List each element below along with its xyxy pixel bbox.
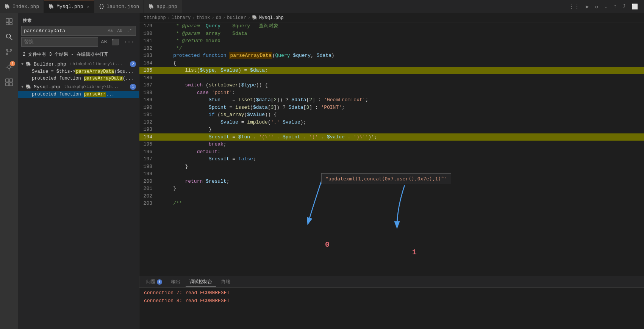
- tab-mysql-php[interactable]: 🐘 Mysql.php ✕: [44, 0, 94, 13]
- sidebar: 搜索 Aa Ab .* AB ⬛ ··· 2 文件中有 3 个结果 - 在编辑器…: [18, 13, 139, 329]
- code-line-182: 182 */: [139, 45, 644, 52]
- regex-button[interactable]: .*: [125, 28, 133, 34]
- more-options-button[interactable]: ···: [122, 39, 136, 45]
- line-content: {: [158, 60, 644, 67]
- php-file-icon: 🐘: [26, 84, 31, 90]
- breadcrumb-sep: ›: [167, 15, 170, 20]
- line-content: * @param Query $query 查询对象: [158, 22, 644, 30]
- extensions-icon[interactable]: [4, 77, 14, 88]
- line-number: 195: [139, 141, 158, 148]
- replace-btn[interactable]: AB: [100, 38, 109, 45]
- svg-point-8: [6, 53, 8, 55]
- grid-icon[interactable]: ⋮⋮: [567, 3, 581, 11]
- file-group-builder: ▼ 🐘 Builder.php thinkphp\library\t... 2 …: [18, 60, 139, 82]
- svg-rect-3: [9, 23, 12, 25]
- breadcrumb-thinkphp[interactable]: thinkphp: [144, 15, 166, 20]
- svg-rect-0: [6, 19, 9, 22]
- stop-icon[interactable]: ⬜: [630, 3, 639, 11]
- svg-point-4: [6, 34, 11, 38]
- search-input[interactable]: [24, 28, 105, 34]
- restart-icon[interactable]: ↺: [594, 3, 600, 11]
- files-icon[interactable]: [4, 16, 14, 27]
- line-number: 201: [139, 185, 158, 193]
- step-out-icon[interactable]: ⤴: [621, 3, 627, 10]
- line-content: switch (strtolower($type)) {: [158, 81, 644, 89]
- line-number: 189: [139, 96, 158, 104]
- code-line-184: 184 {: [139, 60, 644, 67]
- pin-icon[interactable]: 📌: [127, 92, 132, 97]
- breadcrumb-library[interactable]: library: [172, 15, 191, 20]
- panel-tabs: 问题 8 输出 调试控制台 终端: [139, 276, 644, 288]
- breadcrumb-php-icon: 🐘: [252, 15, 258, 20]
- match-item[interactable]: protected function parseArrayData(...: [18, 75, 139, 82]
- chevron-down-icon: ▼: [21, 62, 23, 66]
- svg-rect-1: [9, 19, 12, 22]
- line-number: 199: [139, 170, 158, 178]
- step-into-icon[interactable]: ↑: [612, 3, 618, 10]
- tab-terminal[interactable]: 终端: [217, 277, 234, 287]
- file-path-mysql: thinkphp\library\th...: [64, 85, 119, 89]
- source-control-icon[interactable]: [4, 47, 14, 57]
- file-header-builder[interactable]: ▼ 🐘 Builder.php thinkphp\library\t... 2: [18, 60, 139, 68]
- match-case-button[interactable]: Aa: [106, 28, 114, 34]
- code-line-189: 189 $fun = isset($data[2]) ? $data[2] : …: [139, 96, 644, 104]
- tab-close-button[interactable]: ✕: [87, 4, 89, 9]
- code-line-185: ▶ 185 list($type, $value) = $data;: [139, 67, 644, 74]
- debug-icon[interactable]: 1: [4, 62, 14, 72]
- file-header-mysql[interactable]: ▼ 🐘 Mysql.php thinkphp\library\th... 1: [18, 83, 139, 91]
- code-line-201: 201 }: [139, 185, 644, 193]
- match-item[interactable]: $value = $this->parseArrayData($qu...: [18, 68, 139, 75]
- line-content: $point = isset($data[3]) ? $data[3] : 'P…: [158, 104, 644, 111]
- match-item-active[interactable]: protected function parseArr... 📌 ✕: [18, 91, 139, 98]
- breadcrumb-think[interactable]: think: [196, 15, 210, 20]
- file-name-builder: Builder.php: [34, 61, 66, 67]
- php-icon: 🐘: [5, 4, 10, 9]
- label-one: 1: [412, 248, 417, 257]
- tab-launch-json[interactable]: {} launch.json: [94, 0, 144, 13]
- line-content: }: [158, 126, 644, 133]
- tab-app-php[interactable]: 🐘 app.php: [144, 0, 182, 13]
- replace-all-btn[interactable]: ⬛: [110, 38, 120, 47]
- tab-label: app.php: [156, 4, 177, 9]
- tab-label: 问题: [146, 279, 155, 285]
- svg-point-10: [8, 66, 10, 68]
- tab-output[interactable]: 输出: [167, 277, 184, 287]
- match-word-button[interactable]: Ab: [116, 28, 124, 34]
- svg-rect-12: [9, 79, 13, 82]
- breadcrumb-sep: ›: [211, 15, 214, 20]
- code-line-198: 198 }: [139, 163, 644, 171]
- tab-bar: 🐘 Index.php 🐘 Mysql.php ✕ {} launch.json…: [0, 0, 644, 13]
- tab-index-php[interactable]: 🐘 Index.php: [0, 0, 44, 13]
- file-group-mysql: ▼ 🐘 Mysql.php thinkphp\library\th... 1 p…: [18, 83, 139, 98]
- search-section: 搜索 Aa Ab .* AB ⬛ ···: [18, 13, 139, 50]
- line-number: 196: [139, 148, 158, 156]
- file-match-count: 1: [130, 84, 136, 90]
- tab-problems[interactable]: 问题 8: [142, 277, 166, 287]
- step-over-icon[interactable]: ↓: [603, 3, 609, 10]
- code-line-203: 203 /**: [139, 200, 644, 207]
- close-icon[interactable]: ✕: [133, 92, 136, 97]
- code-line-192: 192 $value = implode('.' $value);: [139, 119, 644, 126]
- breadcrumb-db[interactable]: db: [216, 15, 221, 20]
- play-icon[interactable]: ▶: [584, 3, 590, 11]
- search-icon[interactable]: [4, 31, 14, 42]
- line-number: 192: [139, 119, 158, 126]
- file-name-mysql: Mysql.php: [34, 84, 60, 90]
- panel-line-2: connection 8: read ECONNRESET: [144, 297, 639, 305]
- code-editor[interactable]: 179 * @param Query $query 查询对象 180 * @pa…: [139, 22, 644, 276]
- line-number-194: ▶ 194: [139, 133, 158, 141]
- line-content: $result = $fun . '(\'' . $point . '(' . …: [158, 133, 644, 141]
- line-number: 182: [139, 45, 158, 52]
- line-number: 186: [139, 74, 158, 82]
- line-content: break;: [158, 141, 644, 148]
- breadcrumb-builder[interactable]: builder: [227, 15, 246, 20]
- tooltip-content: "updatexml(1,concat(0x7,user(),0x7e),1)^…: [325, 176, 447, 182]
- tab-label: 输出: [171, 279, 180, 285]
- tab-debug-console[interactable]: 调试控制台: [186, 277, 216, 287]
- code-line-187: 187 switch (strtolower($type)) {: [139, 81, 644, 89]
- replace-input[interactable]: [21, 37, 98, 47]
- code-line-181: 181 * @return mixed: [139, 37, 644, 45]
- php-icon-app: 🐘: [148, 4, 154, 9]
- debug-badge: 1: [10, 61, 15, 66]
- file-path-builder: thinkphp\library\t...: [70, 62, 123, 66]
